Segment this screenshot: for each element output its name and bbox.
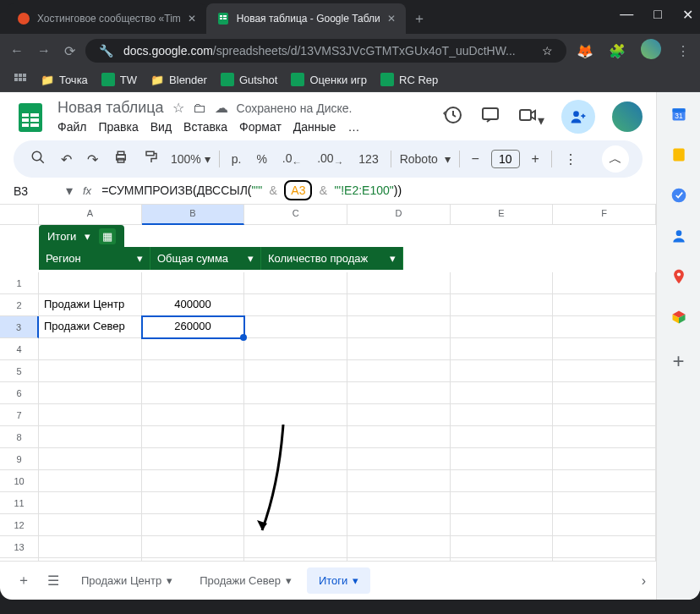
spreadsheet-grid[interactable]: A B C D E F Итоги ▾ ▦ Регион▾ Общая сумм… (0, 205, 656, 561)
undo-button[interactable]: ↶ (57, 148, 75, 171)
maximize-icon[interactable]: □ (654, 7, 662, 23)
menu-edit[interactable]: Правка (98, 120, 138, 134)
table-banner[interactable]: Итоги ▾ ▦ (39, 225, 124, 248)
extensions-button[interactable]: 🧩 (609, 43, 626, 59)
star-icon[interactable]: ☆ (172, 100, 184, 116)
row-header[interactable]: 14 (0, 558, 39, 561)
column-header[interactable]: F (553, 205, 656, 225)
selected-cell[interactable]: 260000 (142, 316, 245, 338)
name-box[interactable]: B3 (14, 184, 56, 198)
cell[interactable]: 400000 (142, 294, 245, 316)
column-header[interactable]: E (451, 205, 554, 225)
table-header-cell[interactable]: Количество продаж▾ (261, 247, 403, 270)
contacts-icon[interactable] (670, 228, 687, 244)
move-icon[interactable]: 🗀 (193, 101, 206, 116)
column-header[interactable]: A (39, 205, 142, 225)
reload-button[interactable]: ⟳ (64, 43, 75, 59)
table-header-cell[interactable]: Регион▾ (39, 247, 150, 270)
keep-icon[interactable] (670, 146, 687, 163)
maps-icon[interactable] (670, 268, 687, 285)
more-formats-button[interactable]: 123 (355, 149, 381, 169)
chevron-down-icon[interactable]: ▾ (248, 252, 254, 265)
chevron-down-icon[interactable]: ▾ (390, 252, 396, 265)
sheet-tab[interactable]: Продажи Центр ▾ (69, 567, 184, 594)
chevron-down-icon[interactable]: ▾ (66, 183, 73, 199)
font-size-increase[interactable]: + (528, 148, 543, 170)
url-input[interactable]: 🔧 docs.google.com/spreadsheets/d/13VMS3J… (85, 39, 566, 63)
row-header[interactable]: 12 (0, 514, 39, 536)
minimize-icon[interactable]: ― (620, 7, 633, 23)
all-sheets-button[interactable]: ☰ (41, 566, 66, 595)
extension-icon[interactable]: 🦊 (577, 43, 593, 59)
add-sheet-button[interactable]: ＋ (10, 565, 37, 596)
menu-view[interactable]: Вид (150, 120, 172, 134)
row-header[interactable]: 13 (0, 536, 39, 558)
bookmark-item[interactable]: RC Rep (380, 73, 438, 86)
currency-button[interactable]: р. (228, 149, 245, 169)
cell[interactable] (244, 294, 347, 316)
formula-input[interactable]: =СУММПРОИЗВ(ДВССЫЛ("'" & A3 & "'!E2:E100… (101, 184, 402, 198)
close-icon[interactable]: ✕ (387, 13, 396, 25)
more-toolbar-icon[interactable]: ⋮ (561, 148, 581, 171)
cell[interactable]: Продажи Центр (39, 294, 142, 316)
browser-tab[interactable]: Хостинговое сообщество «Tim ✕ (7, 3, 206, 34)
increase-decimal-button[interactable]: .00→ (314, 148, 347, 171)
close-icon[interactable]: ✕ (188, 13, 196, 25)
cell[interactable] (244, 316, 347, 338)
search-icon[interactable] (27, 146, 49, 172)
row-header[interactable]: 3 (0, 316, 39, 338)
row-header[interactable]: 7 (0, 404, 39, 426)
chevron-down-icon[interactable]: ▾ (137, 252, 143, 265)
calendar-icon[interactable]: 31 (670, 106, 687, 123)
bookmark-item[interactable]: Оценки игр (291, 73, 367, 86)
table-view-icon[interactable]: ▦ (99, 228, 116, 244)
sheet-tab[interactable]: Продажи Север ▾ (188, 567, 304, 594)
menu-data[interactable]: Данные (293, 120, 336, 134)
apps-icon[interactable] (14, 73, 27, 86)
expand-side-panel-button[interactable]: › (642, 573, 646, 589)
column-header[interactable]: B (142, 205, 245, 225)
row-header[interactable]: 1 (0, 272, 39, 294)
star-icon[interactable]: ☆ (542, 44, 553, 58)
row-header[interactable]: 2 (0, 294, 39, 316)
redo-button[interactable]: ↷ (84, 148, 101, 171)
addon-icon[interactable] (670, 309, 687, 326)
row-header[interactable]: 4 (0, 338, 39, 360)
history-icon[interactable] (443, 105, 463, 129)
profile-avatar[interactable] (641, 39, 661, 63)
column-header[interactable]: C (244, 205, 347, 225)
row-header[interactable]: 10 (0, 470, 39, 492)
site-info-icon[interactable]: 🔧 (99, 44, 113, 58)
doc-title[interactable]: Новая таблица (57, 99, 164, 117)
decrease-decimal-button[interactable]: .0← (279, 148, 305, 171)
bookmark-item[interactable]: 📁Точка (41, 74, 88, 86)
print-icon[interactable] (110, 146, 132, 172)
row-header[interactable]: 8 (0, 426, 39, 448)
share-button[interactable] (561, 100, 595, 134)
row-header[interactable]: 6 (0, 382, 39, 404)
collapse-toolbar-button[interactable]: ︿ (602, 145, 629, 173)
sheet-tab-active[interactable]: Итоги ▾ (307, 567, 370, 594)
zoom-selector[interactable]: 100% ▾ (171, 152, 211, 166)
row-header[interactable]: 11 (0, 492, 39, 514)
close-window-icon[interactable]: ✕ (682, 7, 693, 23)
column-header[interactable]: D (347, 205, 451, 225)
new-tab-button[interactable]: ＋ (406, 3, 433, 35)
meet-icon[interactable]: ▾ (517, 105, 544, 129)
comments-icon[interactable] (480, 105, 500, 129)
cloud-icon[interactable]: ☁ (215, 100, 228, 116)
paint-format-icon[interactable] (140, 146, 162, 172)
cell[interactable]: Продажи Север (39, 316, 142, 338)
menu-insert[interactable]: Вставка (183, 120, 227, 134)
bookmark-item[interactable]: 📁Blender (150, 74, 207, 86)
font-selector[interactable]: Roboto ▾ (400, 152, 451, 166)
tasks-icon[interactable] (670, 187, 687, 204)
bookmark-item[interactable]: Gutshot (221, 73, 278, 86)
forward-button[interactable]: → (37, 43, 51, 59)
menu-more[interactable]: … (347, 120, 359, 134)
browser-tab[interactable]: Новая таблица - Google Табли ✕ (206, 3, 406, 34)
menu-format[interactable]: Формат (239, 120, 282, 134)
more-menu-icon[interactable]: ⋮ (676, 43, 690, 59)
percent-button[interactable]: % (253, 149, 270, 169)
menu-file[interactable]: Файл (57, 120, 86, 134)
